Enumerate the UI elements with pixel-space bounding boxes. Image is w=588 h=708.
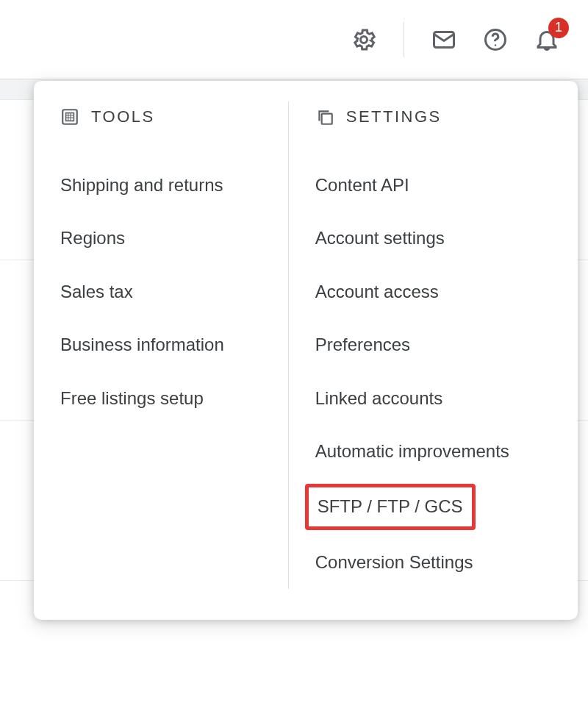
svg-rect-10 [321,114,331,124]
svg-rect-4 [62,110,77,124]
settings-header-text: SETTINGS [346,107,442,126]
menu-conversion-settings[interactable]: Conversion Settings [315,536,551,589]
help-icon[interactable] [478,22,513,57]
settings-dropdown: TOOLS Shipping and returns Regions Sales… [34,81,578,620]
menu-linked-accounts[interactable]: Linked accounts [315,372,551,425]
menu-account-access[interactable]: Account access [315,265,551,318]
svg-point-0 [361,36,368,43]
menu-regions[interactable]: Regions [60,212,262,265]
tools-column: TOOLS Shipping and returns Regions Sales… [34,101,289,589]
toolbar-divider [404,22,404,57]
tools-icon [60,107,79,126]
notification-badge: 1 [548,18,569,38]
menu-free-listings[interactable]: Free listings setup [60,372,262,425]
menu-account-settings[interactable]: Account settings [315,212,551,265]
top-toolbar: 1 [0,0,588,79]
menu-auto-improvements[interactable]: Automatic improvements [315,425,551,478]
svg-rect-5 [66,113,74,121]
tools-header-text: TOOLS [91,107,155,126]
settings-stack-icon [315,107,334,126]
menu-sales-tax[interactable]: Sales tax [60,265,262,318]
menu-sftp-ftp-gcs[interactable]: SFTP / FTP / GCS [305,484,476,529]
menu-business-info[interactable]: Business information [60,318,262,371]
bell-icon[interactable]: 1 [529,22,564,57]
settings-column: SETTINGS Content API Account settings Ac… [289,101,578,589]
menu-shipping-returns[interactable]: Shipping and returns [60,159,262,212]
svg-point-3 [495,44,496,46]
mail-icon[interactable] [426,22,462,57]
tools-header: TOOLS [60,107,262,126]
settings-header: SETTINGS [315,107,551,126]
gear-icon[interactable] [346,22,381,57]
menu-content-api[interactable]: Content API [315,159,551,212]
menu-preferences[interactable]: Preferences [315,318,551,371]
